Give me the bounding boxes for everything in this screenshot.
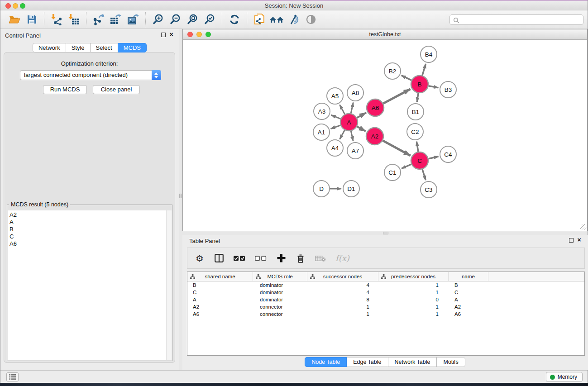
edge-C-C1[interactable] xyxy=(402,164,411,168)
export-network-icon[interactable] xyxy=(90,11,107,28)
optimization-criterion-dropdown[interactable]: largest connected component (directed) xyxy=(20,70,161,80)
edge-C-C2[interactable] xyxy=(416,142,418,152)
cell[interactable]: A6 xyxy=(187,310,253,318)
export-table-icon[interactable] xyxy=(107,11,124,28)
node-D[interactable]: D xyxy=(313,181,330,197)
node-A7[interactable]: A7 xyxy=(347,143,363,159)
main-titlebar[interactable]: Session: New Session xyxy=(0,1,588,10)
horizontal-splitter[interactable] xyxy=(182,231,588,235)
column-header-predecessor-nodes[interactable]: predecessor nodes xyxy=(378,272,449,281)
task-history-button[interactable] xyxy=(6,372,19,381)
table-tab-network-table[interactable]: Network Table xyxy=(388,357,437,367)
edge-A-A8[interactable] xyxy=(351,103,353,114)
edge-A-A3[interactable] xyxy=(331,115,340,119)
column-settings-gear-icon[interactable]: ⚙ xyxy=(195,254,205,263)
node-A2[interactable]: A2 xyxy=(366,128,383,145)
edge-A-A5[interactable] xyxy=(339,105,344,114)
result-item-C[interactable]: C xyxy=(8,233,172,240)
result-scrollbar[interactable] xyxy=(166,210,172,360)
run-mcds-button[interactable]: Run MCDS xyxy=(43,85,87,94)
column-header-shared-name[interactable]: shared name xyxy=(187,272,253,281)
export-image-icon[interactable] xyxy=(124,11,142,28)
table-tab-motifs[interactable]: Motifs xyxy=(436,357,465,367)
search-input[interactable] xyxy=(461,15,581,24)
edge-A-A4[interactable] xyxy=(340,130,345,139)
node-B2[interactable]: B2 xyxy=(384,63,401,79)
zoom-selected-icon[interactable] xyxy=(201,11,218,28)
cell[interactable]: dominator xyxy=(253,289,307,296)
splitter-handle[interactable] xyxy=(179,194,182,198)
cell[interactable]: dominator xyxy=(253,281,307,289)
column-header-successor-nodes[interactable]: successor nodes xyxy=(307,272,378,281)
node-A6[interactable]: A6 xyxy=(367,99,384,116)
cell[interactable]: 4 xyxy=(307,289,378,296)
deselect-all-rows-icon[interactable] xyxy=(255,256,267,261)
table-row-A2[interactable]: A2connector11A2 xyxy=(187,303,584,310)
delete-column-icon[interactable] xyxy=(296,254,306,263)
network-canvas[interactable]: B4B2BB3B1A5A8A6A3AA1A2C2A4A7C4CC1C3DD1 xyxy=(183,40,587,231)
cell[interactable]: A6 xyxy=(449,310,488,318)
cell[interactable]: connector xyxy=(253,310,307,318)
node-A3[interactable]: A3 xyxy=(314,103,330,119)
tab-style[interactable]: Style xyxy=(66,43,91,52)
node-C3[interactable]: C3 xyxy=(421,181,437,198)
node-D1[interactable]: D1 xyxy=(343,181,359,197)
node-B4[interactable]: B4 xyxy=(421,46,437,62)
cell[interactable]: A xyxy=(187,296,253,303)
show-columns-icon[interactable] xyxy=(214,254,224,262)
node-C1[interactable]: C1 xyxy=(384,164,401,181)
zoom-fit-icon[interactable] xyxy=(184,11,201,28)
node-A4[interactable]: A4 xyxy=(327,140,343,156)
node-B3[interactable]: B3 xyxy=(440,81,456,98)
float-panel-icon[interactable] xyxy=(161,33,166,37)
add-column-icon[interactable] xyxy=(276,254,286,262)
refresh-view-icon[interactable] xyxy=(226,11,243,28)
edge-A6-B[interactable] xyxy=(383,89,411,104)
resize-grip-icon[interactable] xyxy=(580,224,587,230)
edge-A-A6[interactable] xyxy=(357,113,366,118)
tab-network[interactable]: Network xyxy=(33,43,66,52)
zoom-out-icon[interactable] xyxy=(167,11,184,28)
table-row-A[interactable]: Adominator80A xyxy=(187,296,584,303)
memory-button[interactable]: Memory xyxy=(546,372,583,382)
node-A5[interactable]: A5 xyxy=(327,88,343,104)
node-A1[interactable]: A1 xyxy=(313,124,330,140)
cell[interactable]: 0 xyxy=(378,296,449,303)
import-table-icon[interactable] xyxy=(65,11,82,28)
column-header-MCDS-role[interactable]: MCDS role xyxy=(253,272,307,281)
column-header-name[interactable]: name xyxy=(449,272,488,281)
cell[interactable]: 1 xyxy=(378,310,449,318)
network-from-selection-icon[interactable] xyxy=(251,11,268,28)
home-layout-icon[interactable] xyxy=(268,11,285,28)
cell[interactable]: 1 xyxy=(307,303,378,310)
cell[interactable]: 1 xyxy=(378,303,449,310)
table-row-A6[interactable]: A6connector11A6 xyxy=(187,310,584,318)
select-all-rows-icon[interactable] xyxy=(234,256,245,261)
cell[interactable]: 1 xyxy=(307,310,378,318)
result-item-A6[interactable]: A6 xyxy=(8,240,172,248)
node-C2[interactable]: C2 xyxy=(407,124,423,140)
result-item-B[interactable]: B xyxy=(8,226,172,233)
node-A[interactable]: A xyxy=(340,114,358,131)
tab-mcds[interactable]: MCDS xyxy=(118,43,147,52)
cell[interactable]: 1 xyxy=(378,289,449,296)
edge-C-C3[interactable] xyxy=(422,169,425,180)
float-panel-icon[interactable] xyxy=(569,238,574,243)
cell[interactable]: B xyxy=(449,281,488,289)
vertical-splitter[interactable] xyxy=(179,29,182,370)
table-row-B[interactable]: Bdominator41B xyxy=(187,281,584,289)
node-C[interactable]: C xyxy=(411,152,428,169)
edge-B-B2[interactable] xyxy=(402,76,411,81)
result-item-A2[interactable]: A2 xyxy=(8,211,172,219)
edge-A2-C[interactable] xyxy=(383,141,411,156)
save-session-icon[interactable] xyxy=(23,11,40,28)
edge-A-A2[interactable] xyxy=(357,127,366,131)
result-item-A[interactable]: A xyxy=(8,219,172,226)
node-B[interactable]: B xyxy=(411,76,428,93)
edge-C-C4[interactable] xyxy=(429,157,439,159)
edge-B-B3[interactable] xyxy=(429,86,439,88)
zoom-in-icon[interactable] xyxy=(149,11,167,28)
node-C4[interactable]: C4 xyxy=(440,146,456,162)
network-window-titlebar[interactable]: testGlobe.txt xyxy=(183,29,587,40)
cell[interactable]: 8 xyxy=(307,296,378,303)
